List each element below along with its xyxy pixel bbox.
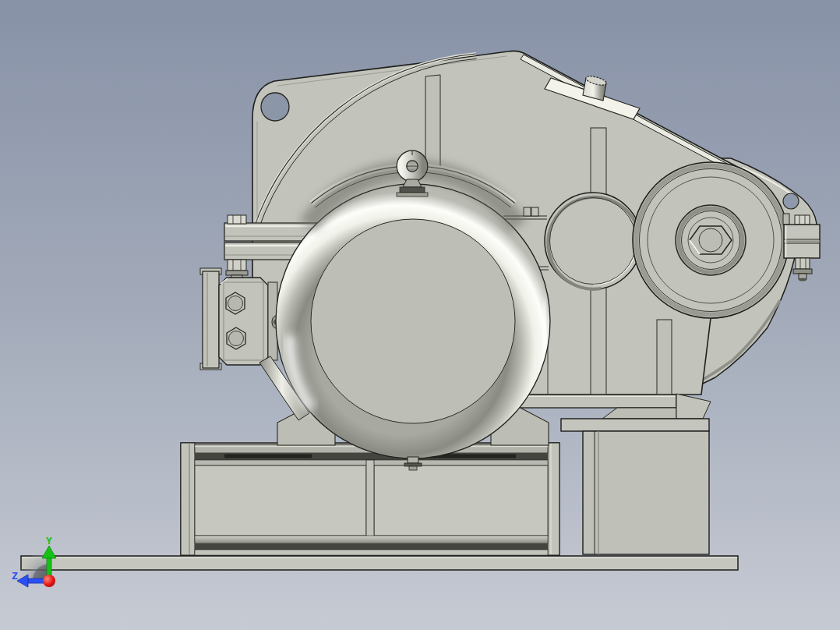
bolt-head	[795, 215, 810, 225]
bolt-head	[228, 215, 246, 224]
washer	[793, 269, 812, 274]
cad-viewport[interactable]: Y Z	[0, 0, 840, 630]
base-frame	[181, 443, 559, 555]
y-axis-label: Y	[46, 535, 52, 547]
output-shaft-cover	[633, 162, 789, 318]
frame-panel	[374, 465, 548, 536]
cad-scene: Y Z	[0, 0, 840, 630]
nut	[228, 260, 246, 271]
flange-hole	[783, 193, 799, 209]
lug-hole	[261, 93, 289, 121]
washer	[226, 271, 248, 275]
frame-panel	[195, 465, 366, 536]
terminal-box-flange	[203, 271, 219, 368]
baseplate	[21, 556, 738, 570]
rail-slot	[224, 455, 312, 458]
z-axis-label: Z	[12, 570, 18, 582]
housing-rib	[657, 320, 672, 395]
motor-end-face	[311, 219, 515, 423]
gland-plug	[227, 327, 245, 349]
frame-divider	[366, 460, 374, 548]
housing-rib	[425, 75, 440, 167]
support-pedestal	[561, 419, 709, 554]
gland-plug	[226, 292, 245, 314]
origin-point	[43, 575, 55, 587]
nut	[796, 258, 810, 269]
lifting-eye-bolt	[397, 150, 428, 196]
terminal-box	[200, 268, 280, 370]
